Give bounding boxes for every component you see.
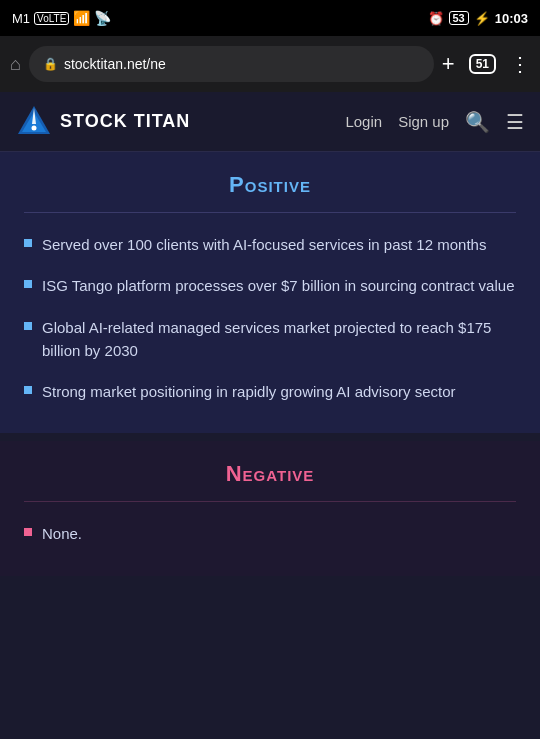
list-item: None.	[24, 522, 516, 545]
signal-icon: 📶	[73, 10, 90, 26]
positive-item-3: Global AI-related managed services marke…	[42, 316, 516, 363]
main-content: Positive Served over 100 clients with AI…	[0, 152, 540, 739]
security-icon: 🔒	[43, 57, 58, 71]
browser-actions: + 51 ⋮	[442, 51, 530, 77]
url-bar[interactable]: 🔒 stocktitan.net/ne	[29, 46, 434, 82]
positive-item-4: Strong market positioning in rapidly gro…	[42, 380, 456, 403]
menu-icon[interactable]: ☰	[506, 110, 524, 134]
browser-bar: ⌂ 🔒 stocktitan.net/ne + 51 ⋮	[0, 36, 540, 92]
negative-title: Negative	[24, 461, 516, 487]
bullet-marker	[24, 239, 32, 247]
logo-icon	[16, 104, 52, 140]
signup-link[interactable]: Sign up	[398, 113, 449, 130]
bullet-marker	[24, 386, 32, 394]
positive-item-2: ISG Tango platform processes over $7 bil…	[42, 274, 514, 297]
list-item: Strong market positioning in rapidly gro…	[24, 380, 516, 403]
positive-item-1: Served over 100 clients with AI-focused …	[42, 233, 486, 256]
logo-container: STOCK TITAN	[16, 104, 190, 140]
alarm-icon: ⏰	[428, 11, 444, 26]
bullet-marker	[24, 280, 32, 288]
search-icon[interactable]: 🔍	[465, 110, 490, 134]
status-right: ⏰ 53 ⚡ 10:03	[428, 11, 529, 26]
positive-list: Served over 100 clients with AI-focused …	[24, 233, 516, 403]
nav-bar: STOCK TITAN Login Sign up 🔍 ☰	[0, 92, 540, 152]
list-item: ISG Tango platform processes over $7 bil…	[24, 274, 516, 297]
status-bar: M1 VoLTE 📶 📡 ⏰ 53 ⚡ 10:03	[0, 0, 540, 36]
positive-section: Positive Served over 100 clients with AI…	[0, 152, 540, 433]
login-link[interactable]: Login	[345, 113, 382, 130]
charging-icon: ⚡	[474, 11, 490, 26]
battery-level: 53	[449, 11, 469, 25]
volte-badge: VoLTE	[34, 12, 69, 25]
bullet-marker-neg	[24, 528, 32, 536]
svg-point-2	[32, 125, 37, 130]
carrier-label: M1	[12, 11, 30, 26]
list-item: Global AI-related managed services marke…	[24, 316, 516, 363]
positive-title: Positive	[24, 172, 516, 198]
wifi-icon: 📡	[94, 10, 111, 26]
negative-divider	[24, 501, 516, 502]
clock: 10:03	[495, 11, 528, 26]
home-button[interactable]: ⌂	[10, 54, 21, 75]
logo-text: STOCK TITAN	[60, 111, 190, 132]
nav-links: Login Sign up 🔍 ☰	[345, 110, 524, 134]
negative-item-1: None.	[42, 522, 82, 545]
add-tab-button[interactable]: +	[442, 51, 455, 77]
more-menu-button[interactable]: ⋮	[510, 52, 530, 76]
tab-count[interactable]: 51	[469, 54, 496, 74]
positive-divider	[24, 212, 516, 213]
url-text: stocktitan.net/ne	[64, 56, 420, 72]
negative-section: Negative None.	[0, 441, 540, 575]
list-item: Served over 100 clients with AI-focused …	[24, 233, 516, 256]
bullet-marker	[24, 322, 32, 330]
status-left: M1 VoLTE 📶 📡	[12, 10, 111, 26]
